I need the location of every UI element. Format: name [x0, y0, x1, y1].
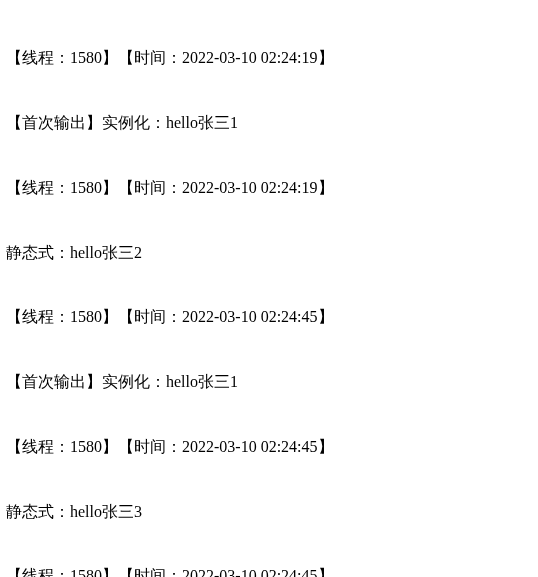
console-line: 静态式：hello张三3 [6, 501, 532, 523]
console-line: 【线程：1580】【时间：2022-03-10 02:24:45】 [6, 436, 532, 458]
console-line: 【首次输出】实例化：hello张三1 [6, 112, 532, 134]
console-line: 【线程：1580】【时间：2022-03-10 02:24:19】 [6, 47, 532, 69]
console-line: 【线程：1580】【时间：2022-03-10 02:24:19】 [6, 177, 532, 199]
console-line: 静态式：hello张三2 [6, 242, 532, 264]
console-output: 【线程：1580】【时间：2022-03-10 02:24:19】 【首次输出】… [0, 0, 538, 577]
console-line: 【线程：1580】【时间：2022-03-10 02:24:45】 [6, 565, 532, 577]
console-line: 【首次输出】实例化：hello张三1 [6, 371, 532, 393]
console-line: 【线程：1580】【时间：2022-03-10 02:24:45】 [6, 306, 532, 328]
